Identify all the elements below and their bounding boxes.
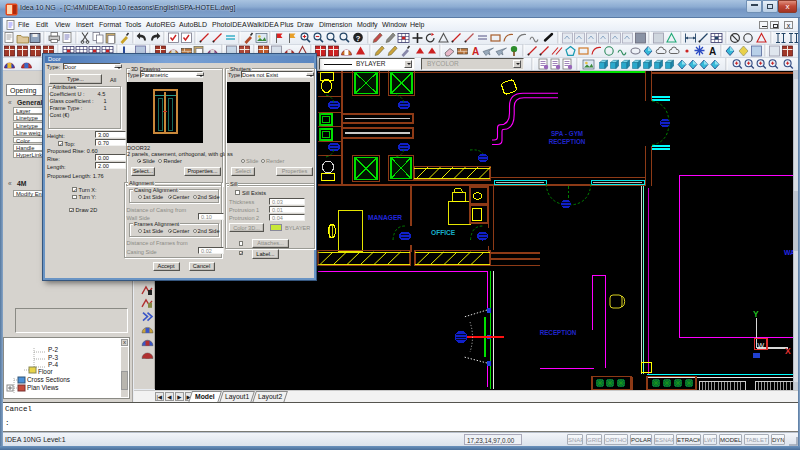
svg-text:W: W xyxy=(758,342,765,349)
svg-text:Y: Y xyxy=(753,309,759,319)
svg-text:OFFICE: OFFICE xyxy=(431,229,456,236)
svg-text:MANAGER: MANAGER xyxy=(368,214,402,221)
svg-text:RECEPTION: RECEPTION xyxy=(549,138,586,145)
svg-text:RECEPTION: RECEPTION xyxy=(540,329,577,336)
svg-text:WA: WA xyxy=(784,249,793,256)
svg-text:X: X xyxy=(785,346,791,356)
svg-text:SPA - GYM: SPA - GYM xyxy=(551,130,583,137)
